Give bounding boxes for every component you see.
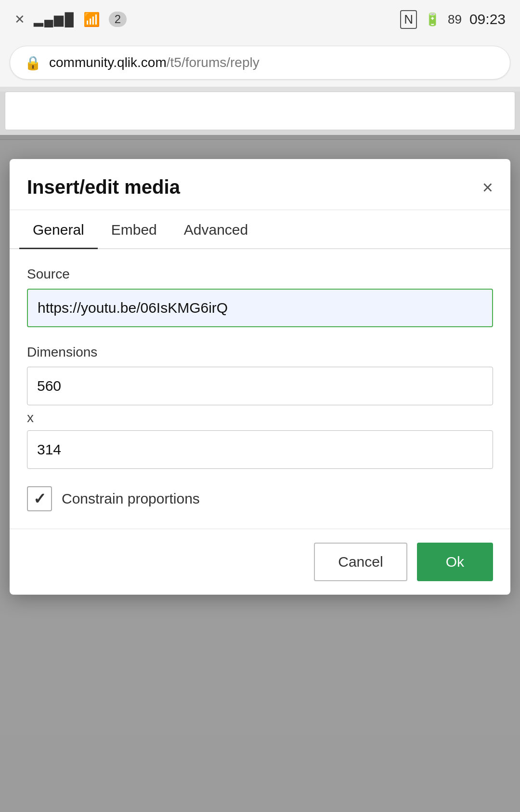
page-content-inner	[5, 92, 515, 130]
dimensions-field-group: Dimensions x	[27, 345, 493, 469]
status-bar: ✕ ▂▄▆█ 📶 2 N 🔋 89 09:23	[0, 0, 520, 39]
dialog-header: Insert/edit media ×	[10, 159, 510, 210]
url-bar[interactable]: 🔒 community.qlik.com/t5/forums/reply	[10, 46, 510, 80]
url-path: /t5/forums/reply	[167, 55, 260, 70]
status-right: N 🔋 89 09:23	[400, 10, 506, 29]
nfc-icon: N	[400, 10, 417, 29]
signal1-icon: ✕	[14, 12, 25, 27]
url-domain: community.qlik.com	[49, 55, 167, 70]
dialog-body: Source Dimensions x ✓ Constrain proporti…	[10, 249, 510, 529]
insert-edit-media-dialog: Insert/edit media × General Embed Advanc…	[10, 159, 510, 595]
source-field-group: Source	[27, 266, 493, 327]
cancel-button[interactable]: Cancel	[314, 543, 407, 581]
dimensions-label: Dimensions	[27, 345, 493, 360]
browser-bar: 🔒 community.qlik.com/t5/forums/reply	[0, 39, 520, 87]
battery-icon: 🔋	[425, 12, 440, 27]
checkbox-checkmark: ✓	[33, 490, 46, 508]
page-content-area	[0, 92, 520, 140]
constrain-proportions-row: ✓ Constrain proportions	[27, 486, 493, 511]
dimension-separator: x	[27, 410, 493, 426]
tab-advanced[interactable]: Advanced	[170, 210, 261, 249]
source-label: Source	[27, 266, 493, 282]
url-text: community.qlik.com/t5/forums/reply	[49, 55, 260, 70]
ok-button[interactable]: Ok	[417, 543, 493, 581]
tab-embed[interactable]: Embed	[98, 210, 170, 249]
width-input[interactable]	[27, 367, 493, 405]
dialog-title: Insert/edit media	[27, 176, 180, 198]
notification-badge: 2	[109, 12, 127, 27]
time-display: 09:23	[469, 11, 506, 27]
wifi-icon: 📶	[83, 12, 100, 27]
status-left: ✕ ▂▄▆█ 📶 2	[14, 12, 127, 27]
battery-level: 89	[448, 12, 462, 27]
tab-general[interactable]: General	[19, 210, 98, 249]
height-input[interactable]	[27, 430, 493, 469]
close-button[interactable]: ×	[482, 178, 493, 197]
constrain-label: Constrain proportions	[62, 491, 200, 507]
dialog-tabs: General Embed Advanced	[10, 210, 510, 249]
source-input[interactable]	[27, 289, 493, 327]
constrain-checkbox[interactable]: ✓	[27, 486, 52, 511]
signal2-icon: ▂▄▆█	[34, 12, 75, 27]
lock-icon: 🔒	[25, 55, 41, 71]
dialog-footer: Cancel Ok	[10, 529, 510, 595]
